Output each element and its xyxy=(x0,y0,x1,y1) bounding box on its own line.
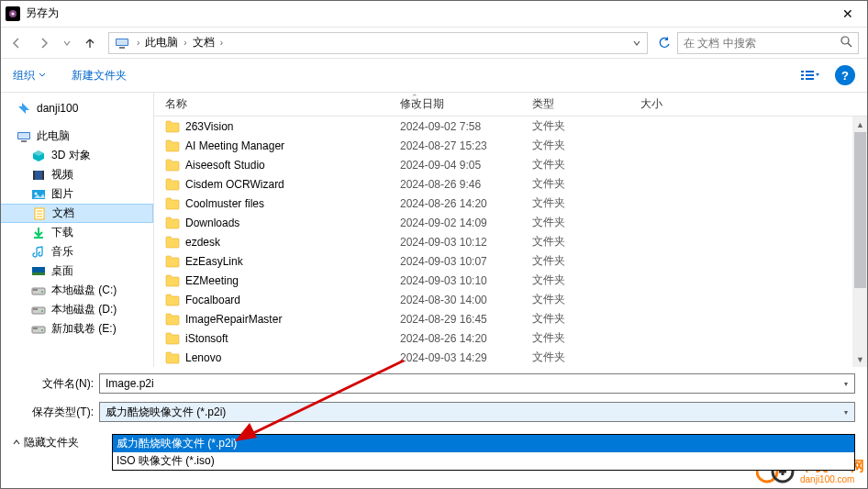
search-box[interactable] xyxy=(677,32,859,54)
filetype-combo[interactable]: 威力酷烧映像文件 (*.p2i) ▾ xyxy=(99,402,855,422)
file-date: 2024-08-30 14:00 xyxy=(389,294,521,306)
svg-point-30 xyxy=(41,291,43,293)
file-row[interactable]: EzEasyLink2024-09-03 10:07文件夹 xyxy=(154,251,868,271)
new-folder-button[interactable]: 新建文件夹 xyxy=(72,68,127,83)
file-name: Focalboard xyxy=(185,294,240,306)
file-type: 文件夹 xyxy=(521,157,629,172)
file-row[interactable]: Downloads2024-09-02 14:09文件夹 xyxy=(154,213,868,232)
help-button[interactable]: ? xyxy=(835,65,855,85)
svg-rect-12 xyxy=(806,78,814,80)
svg-rect-35 xyxy=(33,328,38,329)
up-button[interactable] xyxy=(77,31,103,55)
watermark-url: danji100.com xyxy=(800,474,864,484)
file-type: 文件夹 xyxy=(521,176,629,192)
nav-item[interactable]: 3D 对象 xyxy=(0,146,153,165)
search-input[interactable] xyxy=(684,37,840,50)
file-row[interactable]: Cisdem OCRWizard2024-08-26 9:46文件夹 xyxy=(154,174,868,194)
scroll-down-icon[interactable]: ▼ xyxy=(852,351,868,367)
nav-label: 3D 对象 xyxy=(51,148,91,163)
svg-rect-29 xyxy=(33,289,38,291)
filetype-dropdown-list[interactable]: 威力酷烧映像文件 (*.p2i) ISO 映像文件 (*.iso) xyxy=(112,434,855,471)
folder-icon xyxy=(165,120,180,133)
file-row[interactable]: EZMeeting2024-09-03 10:10文件夹 xyxy=(154,271,868,290)
nav-item[interactable]: 音乐 xyxy=(0,242,153,261)
file-type: 文件夹 xyxy=(521,350,629,365)
filename-input[interactable] xyxy=(100,377,838,390)
file-date: 2024-08-26 9:46 xyxy=(389,178,521,191)
nav-item[interactable]: 视频 xyxy=(0,165,153,184)
file-date: 2024-08-29 16:45 xyxy=(389,313,521,326)
view-options[interactable] xyxy=(795,65,826,85)
navigation-pane: danji100此电脑3D 对象视频图片文档下载音乐桌面本地磁盘 (C:)本地磁… xyxy=(0,93,154,367)
nav-label: 新加载卷 (E:) xyxy=(51,321,117,337)
file-row[interactable]: Focalboard2024-08-30 14:00文件夹 xyxy=(154,290,868,309)
filetype-option[interactable]: ISO 映像文件 (*.iso) xyxy=(113,452,854,470)
nav-item[interactable]: 图片 xyxy=(0,184,153,204)
nav-icon xyxy=(17,129,31,144)
file-row[interactable]: AI Meeting Manager2024-08-27 15:23文件夹 xyxy=(154,136,868,155)
recent-dropdown[interactable] xyxy=(59,31,75,55)
chevron-right-icon[interactable]: › xyxy=(217,38,227,48)
svg-rect-15 xyxy=(21,140,27,142)
back-button[interactable] xyxy=(4,31,29,55)
file-type: 文件夹 xyxy=(521,118,629,134)
nav-item[interactable]: 下载 xyxy=(0,223,153,242)
file-date: 2024-08-27 15:23 xyxy=(389,139,521,152)
filename-dropdown-icon[interactable]: ▾ xyxy=(838,374,854,393)
nav-label: 图片 xyxy=(51,186,73,202)
svg-rect-8 xyxy=(806,71,814,72)
file-row[interactable]: ezdesk2024-09-03 10:12文件夹 xyxy=(154,232,868,251)
file-row[interactable]: 263Vision2024-09-02 7:58文件夹 xyxy=(154,117,868,136)
hide-folders-toggle[interactable]: 隐藏文件夹 xyxy=(13,435,79,450)
file-name: Cisdem OCRWizard xyxy=(185,178,284,191)
file-type: 文件夹 xyxy=(521,311,629,327)
nav-item[interactable]: 文档 xyxy=(0,204,153,223)
nav-icon xyxy=(31,322,46,337)
nav-icon xyxy=(31,264,46,279)
nav-icon xyxy=(31,303,46,317)
scroll-up-icon[interactable]: ▲ xyxy=(852,117,868,132)
nav-icon xyxy=(31,149,46,163)
address-dropdown[interactable] xyxy=(629,33,645,53)
crumb-docs[interactable]: 文档 xyxy=(191,35,217,50)
nav-icon xyxy=(31,283,46,298)
close-button[interactable]: ✕ xyxy=(828,0,868,28)
nav-item[interactable]: 桌面 xyxy=(0,261,153,281)
refresh-button[interactable] xyxy=(653,33,675,53)
file-row[interactable]: Lenovo2024-09-03 14:29文件夹 xyxy=(154,348,868,367)
search-icon[interactable] xyxy=(840,35,852,51)
nav-icon xyxy=(31,187,46,202)
chevron-right-icon[interactable]: › xyxy=(133,38,143,48)
nav-item[interactable]: 此电脑 xyxy=(0,127,153,146)
col-date[interactable]: 修改日期 xyxy=(389,93,521,116)
file-row[interactable]: ImageRepairMaster2024-08-29 16:45文件夹 xyxy=(154,309,868,328)
address-breadcrumb[interactable]: › 此电脑 › 文档 › xyxy=(108,32,648,54)
forward-button[interactable] xyxy=(31,31,57,55)
filetype-option[interactable]: 威力酷烧映像文件 (*.p2i) xyxy=(113,435,854,452)
folder-icon xyxy=(165,159,180,172)
col-name[interactable]: 名称 xyxy=(154,93,389,116)
filetype-dropdown-icon[interactable]: ▾ xyxy=(838,408,854,417)
crumb-pc[interactable]: 此电脑 xyxy=(143,35,180,50)
nav-icon xyxy=(17,101,31,116)
nav-item[interactable]: 新加载卷 (E:) xyxy=(0,319,153,339)
col-type[interactable]: 类型 xyxy=(521,93,629,116)
col-size[interactable]: 大小 xyxy=(629,93,868,116)
svg-point-20 xyxy=(35,192,38,194)
nav-item[interactable]: 本地磁盘 (C:) xyxy=(0,281,153,300)
organize-menu[interactable]: 组织 xyxy=(13,68,46,83)
nav-label: 本地磁盘 (D:) xyxy=(51,302,117,317)
scroll-thumb[interactable] xyxy=(854,132,866,288)
file-type: 文件夹 xyxy=(521,253,629,269)
file-row[interactable]: Aiseesoft Studio2024-09-04 9:05文件夹 xyxy=(154,155,868,174)
file-name: ImageRepairMaster xyxy=(185,313,282,326)
file-row[interactable]: Coolmuster files2024-08-26 14:20文件夹 xyxy=(154,194,868,213)
nav-item[interactable]: 本地磁盘 (D:) xyxy=(0,300,153,319)
file-type: 文件夹 xyxy=(521,215,629,230)
chevron-right-icon[interactable]: › xyxy=(180,38,190,48)
file-row[interactable]: iStonsoft2024-08-26 14:20文件夹 xyxy=(154,328,868,348)
filename-combo[interactable]: ▾ xyxy=(99,373,855,394)
nav-item[interactable]: danji100 xyxy=(0,98,153,117)
file-name: 263Vision xyxy=(185,120,234,133)
vertical-scrollbar[interactable]: ▲ ▼ xyxy=(852,117,868,367)
